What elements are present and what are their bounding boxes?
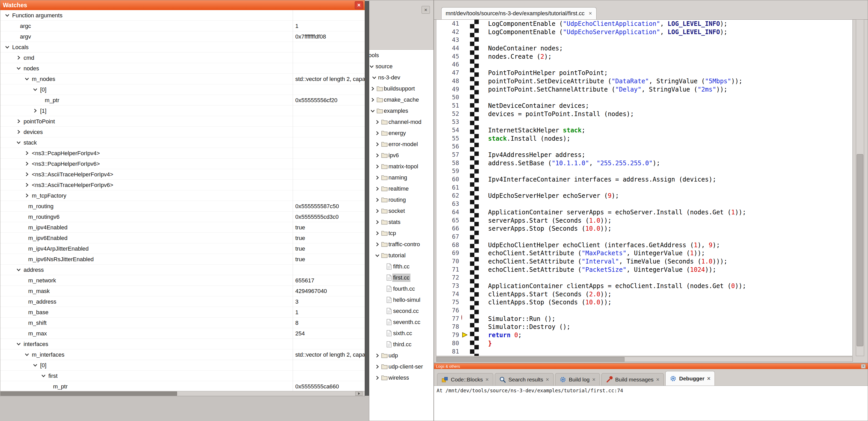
line-number[interactable]: 41 (436, 20, 459, 27)
watches-vertical-scrollbar[interactable] (365, 1, 369, 396)
line-number[interactable]: 75 (436, 299, 459, 305)
watch-row[interactable]: m_base1 (0, 307, 365, 318)
tree-item-examples[interactable]: examples (369, 105, 433, 117)
line-number[interactable]: 52 (436, 110, 459, 117)
watch-row[interactable]: argv0x7fffffffdf08 (0, 31, 365, 42)
line-number[interactable]: 61 (436, 184, 459, 191)
line-number[interactable]: 78 (436, 323, 459, 330)
chevron-right-icon[interactable] (16, 55, 22, 61)
watch-row[interactable]: <ns3::AsciiTraceHelperForIpv6> (0, 180, 365, 190)
watch-row[interactable]: pointToPoint (0, 116, 365, 127)
chevron-right-icon[interactable] (24, 182, 30, 188)
chevron-right-icon[interactable] (16, 119, 22, 124)
scrollbar-thumb[interactable] (857, 154, 863, 346)
watch-row[interactable]: interfaces (0, 339, 365, 349)
close-icon[interactable]: × (355, 1, 363, 9)
line-number[interactable]: 49 (436, 86, 459, 93)
watch-row[interactable]: m_ipv6Enabledtrue (0, 233, 365, 244)
chevron-down-icon[interactable] (369, 64, 374, 69)
logs-titlebar[interactable]: Logs & others × (434, 363, 868, 369)
chevron-down-icon[interactable] (41, 373, 46, 379)
tree-item-stats[interactable]: stats (369, 217, 433, 228)
tree-item-wireless[interactable]: wireless (369, 372, 433, 383)
line-number[interactable]: 59 (436, 168, 459, 174)
tree-item-realtime[interactable]: realtime (369, 183, 433, 194)
tree-item-second-cc[interactable]: second.cc (369, 305, 433, 317)
chevron-right-icon[interactable] (374, 208, 380, 214)
chevron-right-icon[interactable] (374, 375, 380, 381)
watch-row[interactable]: <ns3::PcapHelperForIpv4> (0, 148, 365, 159)
watch-row[interactable]: m_max254 (0, 328, 365, 339)
chevron-down-icon[interactable] (32, 362, 38, 368)
tree-item-ns-3-dev[interactable]: ns-3-dev (369, 72, 433, 83)
editor-tab-first-cc[interactable]: mnt/dev/tools/source/ns-3-dev/examples/t… (441, 7, 596, 20)
logs-tab-build-messages[interactable]: Build messages× (601, 373, 664, 386)
line-number[interactable]: 58 (436, 160, 459, 166)
line-number[interactable]: 46 (436, 61, 459, 68)
line-number[interactable]: 44 (436, 45, 459, 52)
watch-row[interactable]: devices (0, 127, 365, 137)
chevron-right-icon[interactable] (374, 119, 380, 125)
scrollbar-thumb[interactable] (1, 391, 177, 396)
tree-item-first-cc[interactable]: first.cc (369, 272, 433, 283)
line-number[interactable]: 55 (436, 135, 459, 142)
chevron-down-icon[interactable] (4, 12, 10, 18)
tree-item-socket[interactable]: socket (369, 205, 433, 217)
chevron-down-icon[interactable] (16, 65, 22, 71)
chevron-down-icon[interactable] (24, 76, 30, 82)
watch-row[interactable]: address (0, 264, 365, 275)
tab-close-icon[interactable]: × (546, 377, 549, 383)
tree-item-udp[interactable]: udp (369, 350, 433, 361)
watch-row[interactable]: first (0, 370, 365, 381)
chevron-right-icon[interactable] (374, 219, 380, 225)
line-number[interactable]: 80 (436, 340, 459, 347)
chevron-right-icon[interactable] (374, 230, 380, 236)
tree-item-naming[interactable]: naming (369, 172, 433, 183)
line-number[interactable]: 70 (436, 258, 459, 264)
watch-row[interactable]: [0] (0, 84, 365, 95)
tab-close-icon[interactable]: × (656, 377, 659, 383)
chevron-down-icon[interactable] (16, 140, 22, 145)
tree-item-source[interactable]: source (369, 61, 433, 72)
chevron-right-icon[interactable] (374, 241, 380, 247)
watch-row[interactable]: <ns3::AsciiTraceHelperForIpv4> (0, 169, 365, 180)
watch-row[interactable]: [1] (0, 105, 365, 116)
watch-row[interactable]: Function arguments (0, 10, 365, 21)
chevron-right-icon[interactable] (374, 186, 380, 192)
chevron-right-icon[interactable] (24, 161, 30, 166)
line-number[interactable]: 53 (436, 119, 459, 125)
logs-tab-code-blocks[interactable]: Code::Blocks× (437, 373, 493, 386)
tree-item-hello-simul[interactable]: hello-simul (369, 294, 433, 305)
watch-row[interactable]: m_ipv4ArpJitterEnabledtrue (0, 244, 365, 254)
line-number[interactable]: 56 (436, 143, 459, 150)
watch-row[interactable]: m_interfacesstd::vector of length 2, cap… (0, 349, 365, 360)
line-number[interactable]: 60 (436, 176, 459, 183)
watch-row[interactable]: stack (0, 137, 365, 148)
watch-row[interactable]: m_mask4294967040 (0, 286, 365, 296)
logs-tab-debugger[interactable]: Debugger× (665, 371, 715, 386)
tree-item-tools[interactable]: Tools (369, 50, 433, 61)
watches-titlebar[interactable]: Watches × (0, 0, 365, 10)
chevron-right-icon[interactable] (370, 97, 375, 103)
chevron-down-icon[interactable] (371, 75, 377, 80)
chevron-right-icon[interactable] (16, 129, 22, 135)
line-number[interactable]: 67 (436, 233, 459, 240)
line-number[interactable]: 63 (436, 200, 459, 207)
watch-row[interactable]: m_network655617 (0, 275, 365, 286)
tree-item-seventh-cc[interactable]: seventh.cc (369, 317, 433, 328)
line-number[interactable]: 72 (436, 274, 459, 281)
chevron-down-icon[interactable] (16, 341, 22, 347)
line-number[interactable]: 45 (436, 53, 459, 60)
line-number[interactable]: 74 (436, 291, 459, 297)
line-number[interactable]: 50 (436, 94, 459, 101)
watch-row[interactable]: m_shift8 (0, 318, 365, 328)
chevron-right-icon[interactable] (24, 193, 30, 198)
watch-row[interactable]: cmd (0, 53, 365, 63)
tree-item-ipv6[interactable]: ipv6 (369, 150, 433, 161)
tree-item-sixth-cc[interactable]: sixth.cc (369, 328, 433, 339)
chevron-right-icon[interactable] (374, 130, 380, 136)
line-number[interactable]: 51 (436, 102, 459, 109)
line-number[interactable]: 48 (436, 77, 459, 84)
breakpoint-marker[interactable] (461, 315, 470, 322)
tree-item-udp-client-ser[interactable]: udp-client-ser (369, 361, 433, 372)
